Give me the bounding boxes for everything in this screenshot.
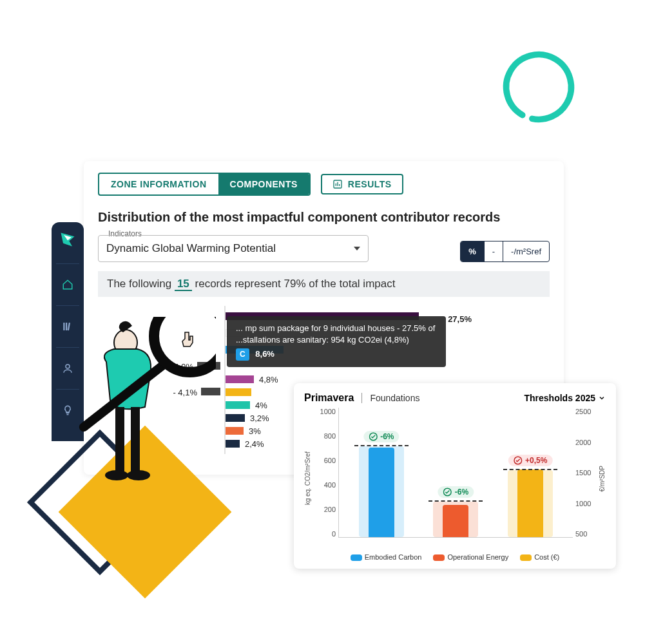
tab-results-label: RESULTS xyxy=(348,179,392,189)
bar-pos xyxy=(226,375,254,383)
chart-bar xyxy=(517,469,543,537)
legend-cost: Cost (€) xyxy=(534,553,559,561)
chart-legend: Embodied Carbon Operational Energy Cost … xyxy=(304,553,606,561)
y-right-label: €/m²SDP xyxy=(599,466,606,492)
bar-value-label: 3% xyxy=(249,426,261,436)
chart-plot: -6%-6%+0,5% xyxy=(338,408,573,538)
summary-prefix: The following xyxy=(107,278,175,290)
svg-point-10 xyxy=(127,470,150,480)
summary-suffix: records represent 79% of the total impac… xyxy=(195,278,396,290)
person-magnifier-illustration xyxy=(74,317,216,484)
svg-point-0 xyxy=(500,48,577,126)
tab-group-main: ZONE INFORMATION COMPONENTS xyxy=(98,173,311,196)
chart-card: Primavera Foundations Thresholds 2025 kg… xyxy=(294,383,616,569)
chart-subtitle: Foundations xyxy=(361,393,419,403)
chart-bar xyxy=(369,448,394,537)
bar-pos xyxy=(226,440,240,448)
tooltip-pct: 8,6% xyxy=(255,349,274,359)
y-right-axis: 2500200015001000500 xyxy=(575,408,597,549)
delta-badge: -6% xyxy=(363,431,399,442)
y-left-axis: 10008006004002000 xyxy=(313,408,336,549)
chart-bar-group: -6% xyxy=(350,408,412,537)
tab-zone-info[interactable]: ZONE INFORMATION xyxy=(99,174,218,194)
bar-pos xyxy=(226,388,251,396)
chart-bar-group: -6% xyxy=(425,408,487,537)
chart-bar xyxy=(443,505,468,537)
svg-point-9 xyxy=(105,470,128,480)
bar-value-label: 3,2% xyxy=(250,413,269,423)
chevron-down-icon xyxy=(598,394,606,402)
svg-rect-1 xyxy=(63,323,64,330)
bar-chart-icon xyxy=(332,179,343,189)
lightbulb-icon[interactable] xyxy=(61,404,74,417)
unit-percent[interactable]: % xyxy=(461,242,485,261)
delta-badge: +0,5% xyxy=(508,455,552,466)
bar-value-label: 2,4% xyxy=(245,439,264,449)
unit-dash[interactable]: - xyxy=(485,242,503,261)
bar-value-label: 4,8% xyxy=(259,375,278,384)
library-icon[interactable] xyxy=(61,320,74,333)
bar-value-label: 4% xyxy=(255,401,267,410)
svg-point-4 xyxy=(66,365,70,368)
tooltip-line: ... mp sum package for 9 individual hous… xyxy=(236,323,437,346)
bar-pos xyxy=(226,401,250,409)
legend-operational: Operational Energy xyxy=(447,553,508,561)
tooltip-pct-top: 27,5% xyxy=(448,314,472,325)
bar-tooltip: 27,5% ... mp sum package for 9 individua… xyxy=(227,316,446,367)
legend-embodied: Embodied Carbon xyxy=(365,553,422,561)
tab-components[interactable]: COMPONENTS xyxy=(218,174,309,194)
svg-rect-7 xyxy=(115,407,124,471)
indicator-select[interactable]: Indicators Dynamic Global Warming Potent… xyxy=(98,235,369,262)
account-icon[interactable] xyxy=(61,362,74,375)
svg-rect-3 xyxy=(68,323,70,330)
unit-toggle: % - -/m²Sref xyxy=(460,241,550,262)
delta-badge: -6% xyxy=(438,486,474,498)
tab-results[interactable]: RESULTS xyxy=(321,174,403,194)
unit-sref[interactable]: -/m²Sref xyxy=(503,242,549,261)
chart-body: kg eq. CO2/m²Sref 10008006004002000 -6%-… xyxy=(304,408,606,549)
bar-pos xyxy=(226,427,244,435)
threshold-label: Thresholds 2025 xyxy=(525,393,596,403)
home-icon[interactable] xyxy=(61,278,74,291)
chart-bar-group: +0,5% xyxy=(499,408,562,537)
chart-title: Primavera xyxy=(304,392,354,404)
indicator-value: Dynamic Global Warming Potential xyxy=(106,242,276,254)
svg-rect-2 xyxy=(66,323,67,330)
chevron-down-icon xyxy=(354,247,360,251)
summary-strip: The following 15 records represent 79% o… xyxy=(98,271,550,297)
summary-count[interactable]: 15 xyxy=(175,278,192,291)
decor-circle xyxy=(500,48,577,126)
tooltip-badge: C xyxy=(236,348,249,361)
app-logo xyxy=(58,230,77,249)
y-left-label: kg eq. CO2/m²Sref xyxy=(304,451,311,505)
bar-pos xyxy=(226,414,245,422)
section-title: Distribution of the most impactful compo… xyxy=(98,210,550,225)
tabs-row: ZONE INFORMATION COMPONENTS RESULTS xyxy=(98,173,550,196)
svg-rect-8 xyxy=(131,407,140,471)
threshold-select[interactable]: Thresholds 2025 xyxy=(525,393,606,403)
